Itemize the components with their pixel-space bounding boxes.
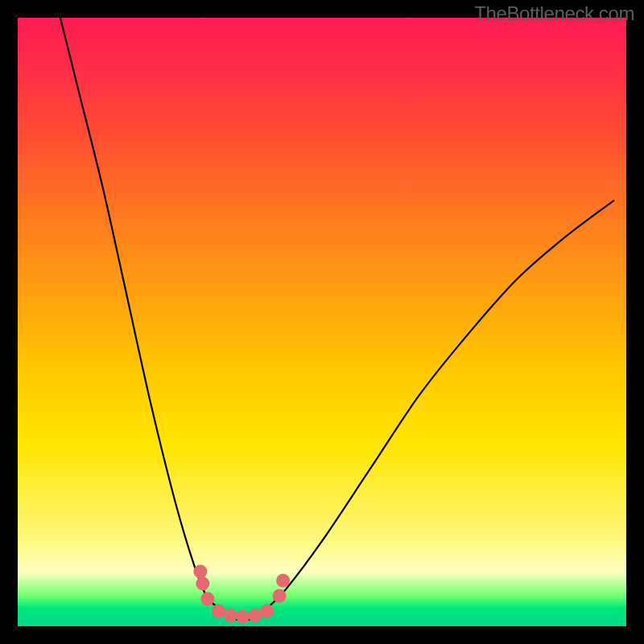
data-marker bbox=[224, 609, 237, 622]
data-marker bbox=[248, 609, 262, 622]
data-marker bbox=[273, 589, 287, 603]
watermark-text: TheBottleneck.com bbox=[474, 2, 634, 25]
data-marker bbox=[212, 605, 225, 618]
bottleneck-curve bbox=[18, 18, 626, 626]
plot-area bbox=[18, 18, 626, 626]
data-marker bbox=[260, 605, 274, 618]
v-curve-path bbox=[60, 18, 614, 620]
data-marker bbox=[193, 564, 207, 578]
data-marker bbox=[196, 577, 209, 591]
data-marker bbox=[236, 609, 250, 623]
data-marker bbox=[200, 592, 214, 605]
data-marker bbox=[276, 574, 290, 588]
chart-frame: TheBottleneck.com bbox=[0, 0, 644, 644]
